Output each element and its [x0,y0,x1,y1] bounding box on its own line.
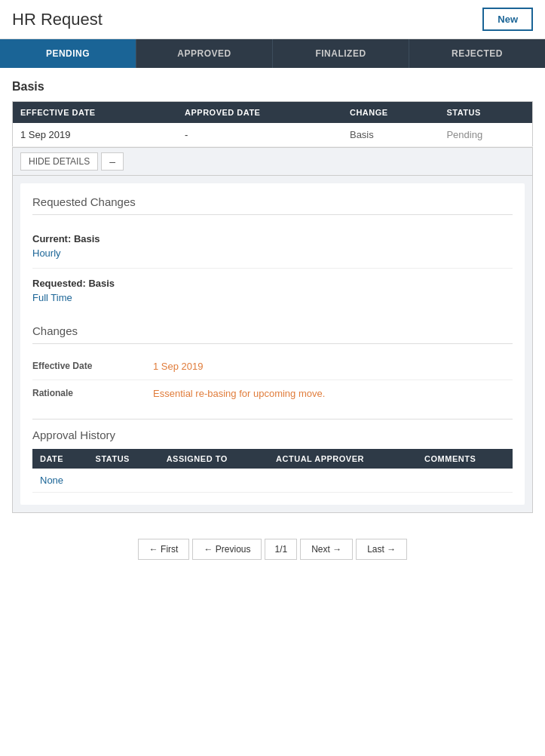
requested-change-label: Requested: Basis [32,278,513,289]
effective-date-value: 1 Sep 2019 [153,361,513,372]
cell-approved-date: - [177,123,342,147]
tab-approved[interactable]: APPROVED [136,39,273,68]
changes-section: Changes Effective Date 1 Sep 2019 Ration… [32,324,513,407]
requested-change-block: Requested: Basis Full Time [32,269,513,312]
page-info: 1/1 [265,539,297,560]
approval-history-title: Approval History [32,429,513,441]
tab-rejected[interactable]: REJECTED [409,39,545,68]
current-change-value: Hourly [32,247,513,259]
pagination: ← First ← Previous 1/1 Next → Last → [0,525,545,573]
approval-table-header-row: DATE STATUS ASSIGNED TO ACTUAL APPROVER … [32,449,513,469]
current-change-label: Current: Basis [32,233,513,244]
basis-table: EFFECTIVE DATE APPROVED DATE CHANGE STAT… [12,101,533,147]
previous-button[interactable]: ← Previous [192,539,262,560]
main-content: Basis EFFECTIVE DATE APPROVED DATE CHANG… [0,68,545,525]
tab-finalized[interactable]: FINALIZED [273,39,409,68]
page-header: HR Request New [0,0,545,39]
approval-col-status: STATUS [88,449,159,469]
approval-table: DATE STATUS ASSIGNED TO ACTUAL APPROVER … [32,449,513,493]
cell-effective-date: 1 Sep 2019 [13,123,178,147]
change-row-rationale: Rationale Essential re-basing for upcomi… [32,380,513,407]
basis-table-header-row: EFFECTIVE DATE APPROVED DATE CHANGE STAT… [13,102,533,124]
col-effective-date: EFFECTIVE DATE [13,102,178,124]
approval-history-section: Approval History DATE STATUS ASSIGNED TO… [32,419,513,493]
collapse-button[interactable]: – [101,152,124,171]
approval-table-row: None [32,469,513,493]
approval-col-date: DATE [32,449,88,469]
approval-col-assigned: ASSIGNED TO [159,449,268,469]
current-change-block: Current: Basis Hourly [32,224,513,269]
last-button[interactable]: Last → [356,539,407,560]
tab-pending[interactable]: PENDING [0,39,136,68]
rationale-label: Rationale [32,388,153,399]
first-button[interactable]: ← First [138,539,190,560]
requested-changes-section: Requested Changes Current: Basis Hourly … [32,195,513,312]
detail-toolbar: HIDE DETAILS – [13,148,532,176]
hide-details-button[interactable]: HIDE DETAILS [20,152,98,171]
basis-table-row[interactable]: 1 Sep 2019 - Basis Pending [13,123,533,147]
detail-panel: HIDE DETAILS – Requested Changes Current… [12,147,533,513]
changes-title: Changes [32,324,513,344]
effective-date-label: Effective Date [32,361,153,372]
col-approved-date: APPROVED DATE [177,102,342,124]
next-button[interactable]: Next → [300,539,353,560]
requested-changes-title: Requested Changes [32,195,513,215]
approval-col-approver: ACTUAL APPROVER [268,449,417,469]
change-row-effective-date: Effective Date 1 Sep 2019 [32,353,513,380]
basis-section-title: Basis [12,80,533,94]
cell-status: Pending [439,123,532,147]
col-change: CHANGE [342,102,439,124]
rationale-value: Essential re-basing for upcoming move. [153,388,513,399]
nav-tabs: PENDING APPROVED FINALIZED REJECTED [0,39,545,68]
detail-body: Requested Changes Current: Basis Hourly … [20,183,525,505]
approval-none-cell: None [32,469,513,493]
new-button[interactable]: New [482,8,533,31]
col-status: STATUS [439,102,532,124]
cell-change: Basis [342,123,439,147]
approval-col-comments: COMMENTS [417,449,513,469]
page-title: HR Request [12,10,103,29]
requested-change-value: Full Time [32,292,513,303]
